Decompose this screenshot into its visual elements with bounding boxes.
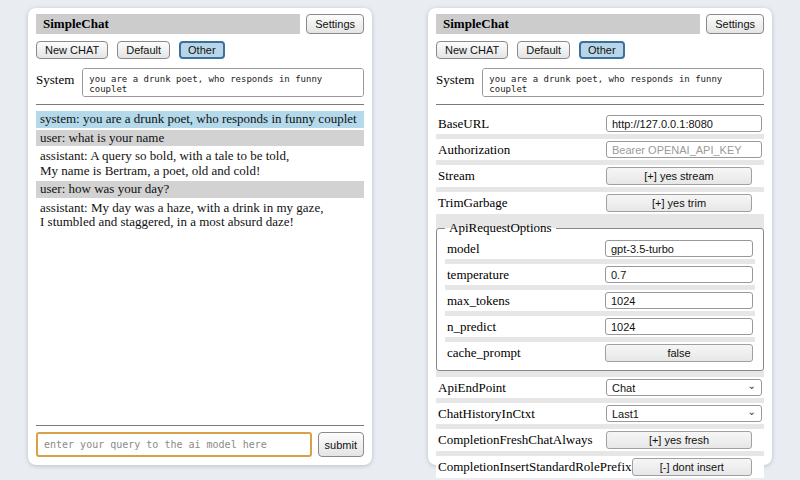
authorization-input[interactable] bbox=[606, 141, 762, 158]
chat-message-system: system: you are a drunk poet, who respon… bbox=[36, 111, 364, 128]
completionfreshchatalways-label: CompletionFreshChatAlways bbox=[438, 432, 593, 448]
temperature-label: temperature bbox=[447, 267, 509, 283]
tab-other[interactable]: Other bbox=[179, 41, 225, 59]
chevron-down-icon: ⌄ bbox=[748, 381, 756, 391]
session-toolbar: New CHAT Default Other bbox=[436, 41, 764, 59]
chat-message-assistant: assistant: A query so bold, with a tale … bbox=[36, 148, 364, 179]
setting-row-model: model bbox=[445, 238, 755, 259]
settings-list: BaseURL Authorization Stream [+] yes str… bbox=[436, 113, 764, 478]
new-chat-button[interactable]: New CHAT bbox=[436, 41, 508, 59]
api-request-options-group: ApiRequestOptions model temperature max_… bbox=[436, 220, 764, 371]
tab-default[interactable]: Default bbox=[517, 41, 570, 59]
setting-row-chathistoryinctxt: ChatHistoryInCtxt Last1 ⌄ bbox=[436, 403, 764, 424]
setting-row-completioninsertstandardroleprefix: CompletionInsertStandardRolePrefix [-] d… bbox=[436, 456, 764, 478]
system-prompt-label: System bbox=[436, 68, 474, 88]
setting-row-trimgarbage: TrimGarbage [+] yes trim bbox=[436, 192, 764, 214]
tab-default[interactable]: Default bbox=[117, 41, 170, 59]
max-tokens-label: max_tokens bbox=[447, 293, 510, 309]
chat-log: system: you are a drunk poet, who respon… bbox=[36, 111, 364, 231]
divider bbox=[36, 104, 364, 105]
temperature-input[interactable] bbox=[605, 266, 753, 283]
completion-fresh-chat-toggle-button[interactable]: [+] yes fresh bbox=[606, 431, 752, 449]
query-row: submit bbox=[36, 432, 364, 457]
api-request-options-legend: ApiRequestOptions bbox=[445, 220, 556, 236]
settings-button[interactable]: Settings bbox=[706, 14, 764, 34]
chat-history-selected-value: Last1 bbox=[612, 408, 639, 420]
chat-message-assistant: assistant: My day was a haze, with a dri… bbox=[36, 200, 364, 231]
api-endpoint-select[interactable]: Chat ⌄ bbox=[606, 379, 762, 396]
chevron-down-icon: ⌄ bbox=[748, 407, 756, 417]
setting-row-completionfreshchatalways: CompletionFreshChatAlways [+] yes fresh bbox=[436, 429, 764, 451]
model-input[interactable] bbox=[605, 240, 753, 257]
spacer bbox=[36, 231, 364, 418]
new-chat-button[interactable]: New CHAT bbox=[36, 41, 108, 59]
system-prompt-row: System you are a drunk poet, who respond… bbox=[436, 68, 764, 97]
settings-button[interactable]: Settings bbox=[306, 14, 364, 34]
chathistoryinctxt-label: ChatHistoryInCtxt bbox=[438, 406, 535, 422]
setting-row-n-predict: n_predict bbox=[445, 316, 755, 337]
chat-window: SimpleChat Settings New CHAT Default Oth… bbox=[28, 8, 372, 465]
chat-message-user: user: how was your day? bbox=[36, 181, 364, 198]
submit-button[interactable]: submit bbox=[318, 432, 364, 457]
system-prompt-input[interactable]: you are a drunk poet, who responds in fu… bbox=[482, 68, 764, 97]
divider bbox=[436, 104, 764, 105]
divider bbox=[36, 425, 364, 426]
trimgarbage-label: TrimGarbage bbox=[438, 195, 508, 211]
setting-row-cache-prompt: cache_prompt false bbox=[445, 342, 755, 364]
header: SimpleChat Settings bbox=[36, 14, 364, 34]
baseurl-label: BaseURL bbox=[438, 116, 489, 132]
system-prompt-label: System bbox=[36, 68, 74, 88]
n-predict-input[interactable] bbox=[605, 318, 753, 335]
header: SimpleChat Settings bbox=[436, 14, 764, 34]
trimgarbage-toggle-button[interactable]: [+] yes trim bbox=[606, 194, 752, 212]
n-predict-label: n_predict bbox=[447, 319, 496, 335]
api-endpoint-selected-value: Chat bbox=[612, 382, 635, 394]
setting-row-authorization: Authorization bbox=[436, 139, 764, 160]
app-title: SimpleChat bbox=[43, 16, 109, 32]
query-input[interactable] bbox=[36, 432, 312, 457]
cache-prompt-label: cache_prompt bbox=[447, 345, 521, 361]
setting-row-max-tokens: max_tokens bbox=[445, 290, 755, 311]
chat-message-user: user: what is your name bbox=[36, 130, 364, 147]
setting-row-temperature: temperature bbox=[445, 264, 755, 285]
cache-prompt-toggle-button[interactable]: false bbox=[605, 344, 753, 362]
setting-row-stream: Stream [+] yes stream bbox=[436, 165, 764, 187]
app-title: SimpleChat bbox=[443, 16, 509, 32]
session-toolbar: New CHAT Default Other bbox=[36, 41, 364, 59]
setting-row-apiendpoint: ApiEndPoint Chat ⌄ bbox=[436, 377, 764, 398]
max-tokens-input[interactable] bbox=[605, 292, 753, 309]
settings-window: SimpleChat Settings New CHAT Default Oth… bbox=[428, 8, 772, 465]
stream-toggle-button[interactable]: [+] yes stream bbox=[606, 167, 752, 185]
system-prompt-row: System you are a drunk poet, who respond… bbox=[36, 68, 364, 97]
setting-row-baseurl: BaseURL bbox=[436, 113, 764, 134]
apiendpoint-label: ApiEndPoint bbox=[438, 380, 506, 396]
tab-other[interactable]: Other bbox=[579, 41, 625, 59]
completion-insert-role-prefix-toggle-button[interactable]: [-] dont insert bbox=[632, 458, 752, 476]
stream-label: Stream bbox=[438, 168, 475, 184]
system-prompt-input[interactable]: you are a drunk poet, who responds in fu… bbox=[82, 68, 364, 97]
chat-history-in-ctxt-select[interactable]: Last1 ⌄ bbox=[606, 405, 762, 422]
app-title-bar: SimpleChat bbox=[36, 14, 300, 34]
completioninsertstandardroleprefix-label: CompletionInsertStandardRolePrefix bbox=[438, 459, 632, 475]
app-title-bar: SimpleChat bbox=[436, 14, 700, 34]
model-label: model bbox=[447, 241, 480, 257]
authorization-label: Authorization bbox=[438, 142, 510, 158]
api-request-options-rows: model temperature max_tokens n_predict c… bbox=[445, 238, 755, 364]
baseurl-input[interactable] bbox=[606, 115, 762, 132]
